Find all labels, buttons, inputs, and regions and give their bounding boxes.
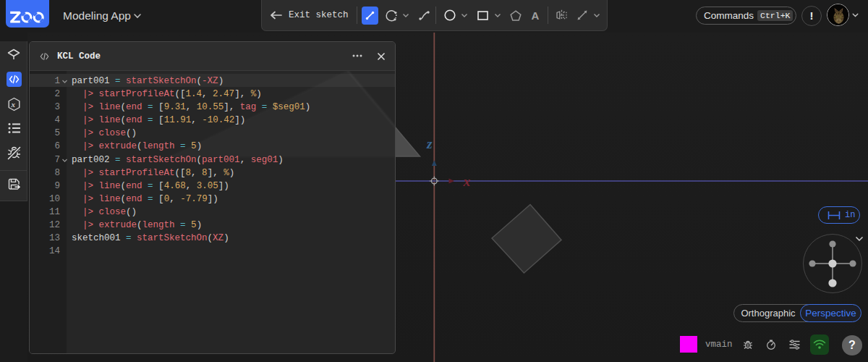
svg-text:x: x [463, 174, 471, 189]
svg-text:x: x [11, 100, 16, 109]
svg-text:z: z [426, 136, 433, 151]
